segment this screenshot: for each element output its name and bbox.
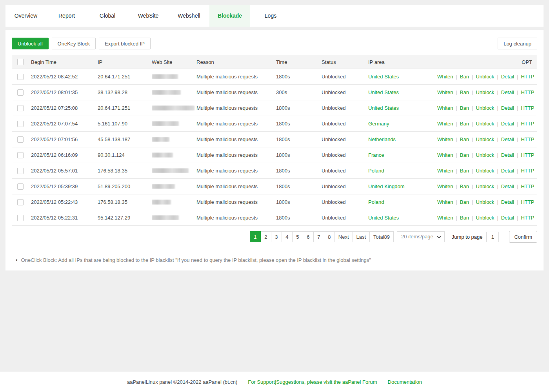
- row-checkbox[interactable]: [17, 136, 24, 143]
- action-whiten-link[interactable]: Whiten: [437, 183, 453, 189]
- log-cleanup-button[interactable]: Log cleanup: [498, 38, 537, 49]
- action-unblock-link[interactable]: Unblock: [476, 215, 494, 221]
- action-unblock-link[interactable]: Unblock: [476, 136, 494, 142]
- action-unblock-link[interactable]: Unblock: [476, 74, 494, 80]
- row-checkbox[interactable]: [17, 89, 24, 96]
- action-ban-link[interactable]: Ban: [460, 183, 469, 189]
- oneclick-block-note: • OneClick Block: Add all IPs that are b…: [12, 257, 537, 263]
- action-unblock-link[interactable]: Unblock: [476, 199, 494, 205]
- tab-report[interactable]: Report: [46, 5, 87, 27]
- action-detail-link[interactable]: Detail: [501, 105, 514, 111]
- ip-cell: 176.58.18.35: [98, 199, 152, 205]
- action-whiten-link[interactable]: Whiten: [437, 168, 453, 174]
- action-detail-link[interactable]: Detail: [501, 74, 514, 80]
- action-ban-link[interactable]: Ban: [460, 121, 469, 127]
- action-unblock-link[interactable]: Unblock: [476, 183, 494, 189]
- next-page-button[interactable]: Next: [334, 231, 353, 242]
- confirm-button[interactable]: Confirm: [509, 231, 537, 243]
- action-whiten-link[interactable]: Whiten: [437, 215, 453, 221]
- action-ban-link[interactable]: Ban: [460, 89, 469, 95]
- action-detail-link[interactable]: Detail: [501, 121, 514, 127]
- action-detail-link[interactable]: Detail: [501, 152, 514, 158]
- action-whiten-link[interactable]: Whiten: [437, 199, 453, 205]
- page-4-button[interactable]: 4: [282, 231, 293, 242]
- row-checkbox[interactable]: [17, 168, 24, 174]
- action-whiten-link[interactable]: Whiten: [437, 89, 453, 95]
- action-ban-link[interactable]: Ban: [460, 199, 469, 205]
- tab-global[interactable]: Global: [87, 5, 128, 27]
- unblock-all-button[interactable]: Unblock all: [12, 38, 49, 49]
- page-7-button[interactable]: 7: [313, 231, 324, 242]
- action-whiten-link[interactable]: Whiten: [437, 74, 453, 80]
- action-unblock-link[interactable]: Unblock: [476, 121, 494, 127]
- website-cell: [152, 74, 196, 79]
- row-checkbox[interactable]: [17, 152, 24, 158]
- page-5-button[interactable]: 5: [292, 231, 303, 242]
- row-checkbox[interactable]: [17, 74, 24, 80]
- tab-blockade[interactable]: Blockade: [209, 5, 250, 27]
- total-count: Total89: [369, 231, 394, 242]
- opt-cell: Whiten|Ban|Unblock|Detail|HTTP: [437, 105, 537, 111]
- last-page-button[interactable]: Last: [353, 231, 370, 242]
- page-1-button[interactable]: 1: [250, 231, 261, 242]
- row-checkbox[interactable]: [17, 199, 24, 205]
- action-ban-link[interactable]: Ban: [460, 136, 469, 142]
- export-blocked-ip-button[interactable]: Export blocked IP: [99, 38, 151, 49]
- header-time: Time: [276, 59, 322, 65]
- select-all-checkbox[interactable]: [17, 59, 24, 65]
- page-buttons: 12345678: [250, 231, 335, 242]
- action-whiten-link[interactable]: Whiten: [437, 105, 453, 111]
- action-separator: |: [497, 121, 498, 127]
- row-checkbox[interactable]: [17, 105, 24, 111]
- page-3-button[interactable]: 3: [271, 231, 282, 242]
- action-whiten-link[interactable]: Whiten: [437, 136, 453, 142]
- action-http-link[interactable]: HTTP: [521, 121, 534, 127]
- row-checkbox-cell: [12, 215, 31, 221]
- tab-website[interactable]: WebSite: [128, 5, 169, 27]
- action-detail-link[interactable]: Detail: [501, 136, 514, 142]
- tab-logs[interactable]: Logs: [250, 5, 291, 27]
- action-unblock-link[interactable]: Unblock: [476, 168, 494, 174]
- onekey-block-button[interactable]: OneKey Block: [52, 38, 96, 49]
- action-detail-link[interactable]: Detail: [501, 168, 514, 174]
- action-http-link[interactable]: HTTP: [521, 74, 534, 80]
- page-6-button[interactable]: 6: [303, 231, 314, 242]
- action-http-link[interactable]: HTTP: [521, 183, 534, 189]
- ip-cell: 176.58.18.35: [98, 168, 152, 174]
- action-unblock-link[interactable]: Unblock: [476, 89, 494, 95]
- page-2-button[interactable]: 2: [260, 231, 271, 242]
- jump-to-page-input[interactable]: [486, 232, 499, 242]
- tab-webshell[interactable]: Webshell: [169, 5, 209, 27]
- action-ban-link[interactable]: Ban: [460, 168, 469, 174]
- action-whiten-link[interactable]: Whiten: [437, 152, 453, 158]
- action-http-link[interactable]: HTTP: [521, 152, 534, 158]
- action-ban-link[interactable]: Ban: [460, 215, 469, 221]
- action-detail-link[interactable]: Detail: [501, 215, 514, 221]
- action-detail-link[interactable]: Detail: [501, 183, 514, 189]
- page-8-button[interactable]: 8: [324, 231, 335, 242]
- action-ban-link[interactable]: Ban: [460, 74, 469, 80]
- action-detail-link[interactable]: Detail: [501, 199, 514, 205]
- row-checkbox[interactable]: [17, 215, 24, 221]
- action-http-link[interactable]: HTTP: [521, 105, 534, 111]
- action-ban-link[interactable]: Ban: [460, 105, 469, 111]
- ip-cell: 45.58.138.187: [98, 136, 152, 142]
- action-http-link[interactable]: HTTP: [521, 136, 534, 142]
- tab-overview[interactable]: Overview: [5, 5, 46, 27]
- support-forum-link[interactable]: For Support|Suggestions, please visit th…: [248, 379, 377, 385]
- action-http-link[interactable]: HTTP: [521, 89, 534, 95]
- action-unblock-link[interactable]: Unblock: [476, 105, 494, 111]
- action-http-link[interactable]: HTTP: [521, 168, 534, 174]
- action-http-link[interactable]: HTTP: [521, 215, 534, 221]
- action-unblock-link[interactable]: Unblock: [476, 152, 494, 158]
- row-checkbox[interactable]: [17, 183, 24, 190]
- action-detail-link[interactable]: Detail: [501, 89, 514, 95]
- items-per-page-select[interactable]: 20 items/page: [397, 231, 445, 242]
- action-http-link[interactable]: HTTP: [521, 199, 534, 205]
- action-separator: |: [472, 183, 473, 189]
- action-ban-link[interactable]: Ban: [460, 152, 469, 158]
- action-whiten-link[interactable]: Whiten: [437, 121, 453, 127]
- row-checkbox[interactable]: [17, 121, 24, 127]
- documentation-link[interactable]: Documentation: [388, 379, 422, 385]
- header-ip-area: IP area: [368, 59, 437, 65]
